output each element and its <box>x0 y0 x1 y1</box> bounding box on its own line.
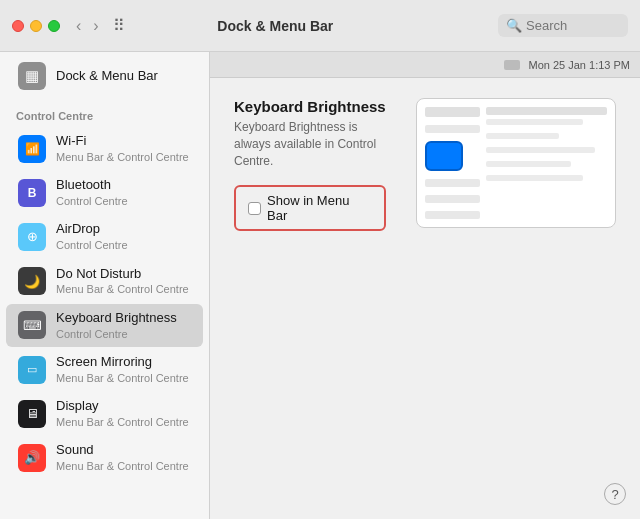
wifi-label: Wi-Fi <box>56 133 189 150</box>
setting-title: Keyboard Brightness <box>234 98 386 115</box>
sound-sublabel: Menu Bar & Control Centre <box>56 459 189 473</box>
close-button[interactable] <box>12 20 24 32</box>
sidebar-item-sound[interactable]: 🔊 Sound Menu Bar & Control Centre <box>6 436 203 479</box>
keyboard-label: Keyboard Brightness <box>56 310 177 327</box>
checkbox-box[interactable] <box>248 202 261 215</box>
display-sublabel: Menu Bar & Control Centre <box>56 415 189 429</box>
help-button[interactable]: ? <box>604 483 626 505</box>
airdrop-label: AirDrop <box>56 221 128 238</box>
titlebar: ‹ › ⠿ Dock & Menu Bar 🔍 <box>0 0 640 52</box>
preview-topbar: Mon 25 Jan 1:13 PM <box>210 52 640 78</box>
bluetooth-label: Bluetooth <box>56 177 128 194</box>
sidebar: ▦ Dock & Menu Bar Control Centre 📶 Wi-Fi… <box>0 52 210 519</box>
donotdisturb-icon: 🌙 <box>18 267 46 295</box>
mirroring-label: Screen Mirroring <box>56 354 189 371</box>
sidebar-item-mirroring[interactable]: ▭ Screen Mirroring Menu Bar & Control Ce… <box>6 348 203 391</box>
mirroring-icon: ▭ <box>18 356 46 384</box>
airdrop-icon: ⊕ <box>18 223 46 251</box>
donotdisturb-sublabel: Menu Bar & Control Centre <box>56 282 189 296</box>
search-box[interactable]: 🔍 <box>498 14 628 37</box>
sidebar-item-donotdisturb[interactable]: 🌙 Do Not Disturb Menu Bar & Control Cent… <box>6 260 203 303</box>
sidebar-item-keyboard[interactable]: ⌨ Keyboard Brightness Control Centre <box>6 304 203 347</box>
control-centre-section-label: Control Centre <box>0 100 209 126</box>
topbar-datetime: Mon 25 Jan 1:13 PM <box>528 59 630 71</box>
airdrop-sublabel: Control Centre <box>56 238 128 252</box>
display-label: Display <box>56 398 189 415</box>
sound-icon: 🔊 <box>18 444 46 472</box>
sidebar-item-dock-menubar[interactable]: ▦ Dock & Menu Bar <box>6 54 203 98</box>
dock-menubar-text: Dock & Menu Bar <box>56 68 158 85</box>
minimize-button[interactable] <box>30 20 42 32</box>
keyboard-sublabel: Control Centre <box>56 327 177 341</box>
settings-panel: Keyboard Brightness Keyboard Brightness … <box>210 78 640 519</box>
wifi-sublabel: Menu Bar & Control Centre <box>56 150 189 164</box>
sidebar-item-airdrop[interactable]: ⊕ AirDrop Control Centre <box>6 215 203 258</box>
dock-menubar-label: Dock & Menu Bar <box>56 68 158 85</box>
mirroring-sublabel: Menu Bar & Control Centre <box>56 371 189 385</box>
preview-mockup <box>416 98 616 499</box>
settings-left: Keyboard Brightness Keyboard Brightness … <box>234 98 386 499</box>
sidebar-item-display[interactable]: 🖥 Display Menu Bar & Control Centre <box>6 392 203 435</box>
setting-description: Keyboard Brightness is always available … <box>234 119 386 169</box>
donotdisturb-label: Do Not Disturb <box>56 266 189 283</box>
search-input[interactable] <box>526 18 616 33</box>
show-in-menubar-checkbox[interactable]: Show in Menu Bar <box>234 185 386 231</box>
sidebar-item-bluetooth[interactable]: B Bluetooth Control Centre <box>6 171 203 214</box>
mockup-screen <box>416 98 616 228</box>
content-pane: Mon 25 Jan 1:13 PM Keyboard Brightness K… <box>210 52 640 519</box>
mockup-main-col <box>486 107 607 219</box>
bluetooth-sublabel: Control Centre <box>56 194 128 208</box>
checkbox-label: Show in Menu Bar <box>267 193 372 223</box>
search-icon: 🔍 <box>506 18 522 33</box>
sound-label: Sound <box>56 442 189 459</box>
mockup-sidebar-col <box>425 107 480 219</box>
keyboard-icon: ⌨ <box>18 311 46 339</box>
topbar-icon <box>504 60 520 70</box>
main-container: ▦ Dock & Menu Bar Control Centre 📶 Wi-Fi… <box>0 52 640 519</box>
display-icon: 🖥 <box>18 400 46 428</box>
dock-menubar-icon: ▦ <box>18 62 46 90</box>
bluetooth-icon: B <box>18 179 46 207</box>
sidebar-item-wifi[interactable]: 📶 Wi-Fi Menu Bar & Control Centre <box>6 127 203 170</box>
wifi-icon: 📶 <box>18 135 46 163</box>
window-title: Dock & Menu Bar <box>53 18 498 34</box>
